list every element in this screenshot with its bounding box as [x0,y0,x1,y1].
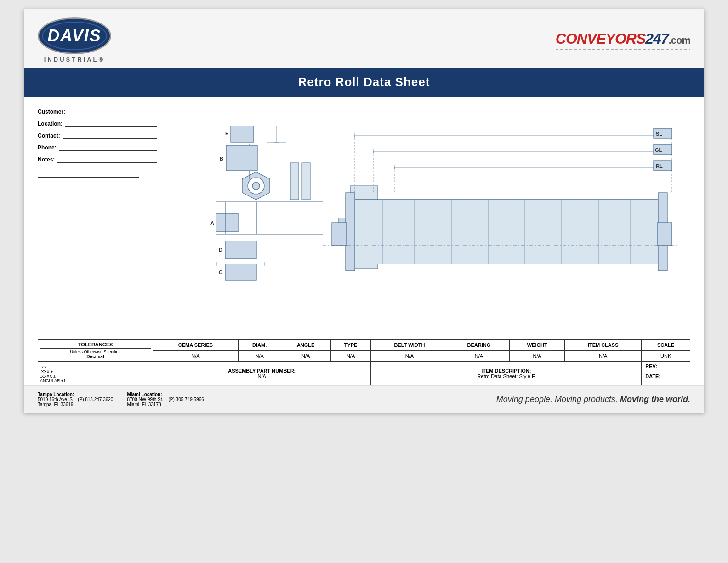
tagline-part1: Moving people. Moving products. [496,395,618,404]
customer-field: Customer: [38,108,157,115]
svg-text:A: A [210,220,214,226]
extra-line-2 [38,183,139,190]
data-section: TOLERANCES Unless Otherwise Specified De… [24,339,704,385]
miami-address: 8700 NW 99th St. [127,397,163,402]
svg-rect-35 [350,200,658,264]
tol-xxxx: .XXXX ± [40,374,151,379]
svg-rect-2 [226,145,257,171]
conveyors-logo: CONVEYORS247.com [556,30,690,50]
col-header-weight: WEIGHT [510,340,565,351]
val-angle: N/A [281,350,330,362]
assembly-label: ASSEMBLY PART NUMBER: [156,368,368,373]
val-itemclass: N/A [565,350,642,362]
tolerances-header-cell: TOLERANCES Unless Otherwise Specified De… [38,340,153,362]
col-header-beltwidth: BELT WIDTH [371,340,448,351]
conveyors-line [556,49,690,50]
drawing-area: .draw-line { stroke: #4a6a8a; stroke-wid… [166,108,690,335]
val-bearing: N/A [448,350,510,362]
contact-label: Contact: [38,132,60,139]
contact-field: Contact: [38,132,157,139]
tolerances-values: .XX ± .XXX ± .XXXX ± ANGULAR ±1 [40,365,151,383]
customer-label: Customer: [38,109,65,115]
page: DAVIS INDUSTRIAL® CONVEYORS247.com Retro… [24,9,704,413]
tolerances-header: TOLERANCES [40,342,151,349]
assembly-value: N/A [156,373,368,379]
footer-miami: Miami Location: 8700 NW 99th St. (P) 305… [127,392,204,407]
phone-label: Phone: [38,144,57,151]
form-panel: Customer: Location: Contact: Phone: Note… [38,108,166,335]
footer-tagline: Moving people. Moving products. Moving t… [496,395,690,404]
conveyors-dotcom: .com [669,34,690,46]
svg-text:D: D [219,247,222,253]
tolerances-decimal: Decimal [40,354,151,359]
conveyors-num: 247 [645,30,668,47]
val-cema: N/A [153,350,239,362]
tampa-address: 5010 16th Ave. S [38,397,73,402]
svg-rect-20 [290,163,299,200]
svg-point-6 [252,182,260,190]
val-beltwidth: N/A [371,350,448,362]
col-header-diam: DIAM. [238,340,281,351]
val-scale: UNK [642,350,690,362]
conveyors-word: CONVEYORS [556,30,645,47]
location-field: Location: [38,120,157,127]
technical-drawing: .draw-line { stroke: #4a6a8a; stroke-wid… [166,108,690,333]
svg-text:C: C [219,270,222,275]
data-table: TOLERANCES Unless Otherwise Specified De… [38,339,690,385]
svg-text:B: B [220,156,223,161]
tagline-part2: Moving the world. [618,395,690,404]
item-desc-cell: ITEM DESCRIPTION: Retro Data Sheet: Styl… [371,362,642,385]
item-desc-value: Retro Data Sheet: Style E [374,373,638,379]
svg-text:SL: SL [656,131,662,137]
extra-line-1 [38,170,139,178]
col-header-scale: SCALE [642,340,690,351]
page-title: Retro Roll Data Sheet [38,75,690,89]
notes-line [57,155,157,163]
footer: Tampa Location: 5010 16th Ave. S (P) 813… [24,385,704,413]
item-desc-label: ITEM DESCRIPTION: [374,368,638,373]
col-header-type: TYPE [330,340,371,351]
svg-rect-11 [225,264,256,280]
main-content: Customer: Location: Contact: Phone: Note… [24,97,704,339]
date-label: DATE: [645,373,686,379]
industrial-label: INDUSTRIAL® [44,56,105,63]
col-header-angle: ANGLE [281,340,330,351]
val-type: N/A [330,350,371,362]
davis-oval: DAVIS [38,17,111,54]
svg-rect-21 [302,163,310,200]
footer-locations: Tampa Location: 5010 16th Ave. S (P) 813… [38,392,204,407]
assembly-cell: ASSEMBLY PART NUMBER: N/A [153,362,371,385]
footer-tampa: Tampa Location: 5010 16th Ave. S (P) 813… [38,392,113,407]
rev-date-cell: REV: DATE: [642,362,690,385]
header: DAVIS INDUSTRIAL® CONVEYORS247.com [24,9,704,68]
miami-label: Miami Location: [127,392,162,397]
phone-line [59,144,157,151]
extra-lines [38,170,157,190]
tampa-city: Tampa, FL 33619 [38,402,73,407]
notes-field: Notes: [38,155,157,163]
rev-label: REV: [645,363,686,369]
svg-rect-0 [231,126,254,142]
miami-phone: (P) 305.749.5966 [168,397,204,402]
tolerances-sub: Unless Otherwise Specified [40,350,151,354]
svg-text:RL: RL [656,163,663,169]
tampa-phone: (P) 813.247.3620 [78,397,113,402]
tampa-label: Tampa Location: [38,392,74,397]
tol-xx: .XX ± [40,365,151,369]
phone-field: Phone: [38,144,157,151]
svg-rect-40 [332,223,347,246]
col-header-bearing: BEARING [448,340,510,351]
notes-label: Notes: [38,156,55,163]
val-weight: N/A [510,350,565,362]
davis-name: DAVIS [47,26,101,46]
svg-rect-38 [346,193,355,271]
tol-xxx: .XXX ± [40,369,151,374]
svg-rect-41 [657,223,672,246]
svg-rect-9 [225,241,256,259]
val-diam: N/A [238,350,281,362]
svg-rect-7 [216,213,238,232]
svg-text:GL: GL [655,147,662,153]
contact-line [63,132,157,139]
conveyors-logo-text: CONVEYORS247.com [556,30,690,47]
miami-city: Miami, FL 33178 [127,402,161,407]
